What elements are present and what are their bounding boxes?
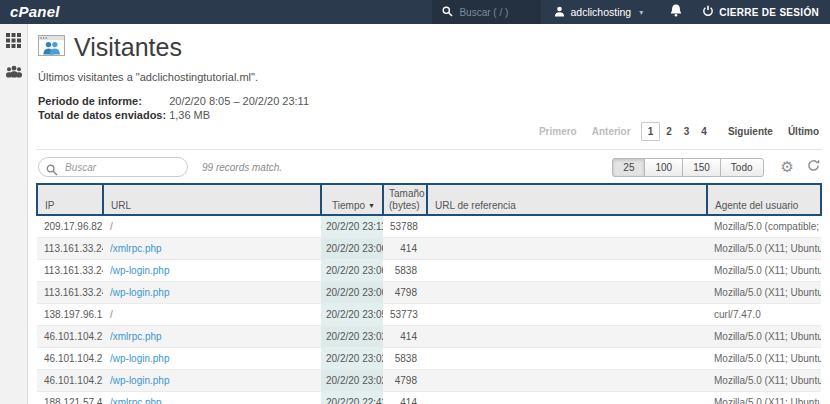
cell-ip: 113.161.33.240 — [37, 281, 103, 303]
cell-ip: 209.17.96.82 — [37, 215, 103, 237]
column-header-tiempo[interactable]: Tiempo▼ — [321, 184, 383, 215]
page-number[interactable]: 3 — [678, 123, 696, 140]
cell-referer — [427, 325, 707, 347]
report-period-value: 20/2/20 8:05 – 20/2/20 23:11 — [169, 95, 309, 107]
cell-agente: Mozilla/5.0 (X11; Ubuntu; Linux x86 — [707, 237, 821, 259]
cell-ip: 188.121.57.43 — [37, 391, 103, 404]
cell-url-link[interactable]: /wp-login.php — [110, 375, 169, 386]
page-size-button[interactable]: 100 — [644, 158, 683, 177]
apps-grid-icon — [6, 33, 21, 48]
sidebar-item-visitors[interactable] — [5, 65, 23, 78]
report-period-label: Periodo de informe: — [38, 95, 166, 107]
cell-tamano: 414 — [383, 391, 427, 404]
gear-icon: ⚙ — [781, 158, 794, 175]
cell-tamano: 5838 — [383, 347, 427, 369]
page-size-button[interactable]: 150 — [682, 158, 721, 177]
cell-url-link[interactable]: /xmlrpc.php — [110, 397, 162, 404]
page-size-button[interactable]: 25 — [612, 158, 645, 177]
sidebar-item-apps[interactable] — [6, 33, 21, 48]
caret-down-icon: ▾ — [639, 8, 643, 17]
records-match-text: 99 records match. — [202, 162, 282, 173]
page-number[interactable]: 2 — [660, 123, 678, 140]
cell-tamano: 4798 — [383, 281, 427, 303]
divider — [36, 149, 822, 150]
visitors-table: IP URL Tiempo▼ Tamaño (bytes) URL de ref… — [36, 183, 822, 404]
column-header-tamano[interactable]: Tamaño (bytes) — [383, 184, 427, 215]
cell-tamano: 5838 — [383, 259, 427, 281]
cell-referer — [427, 281, 707, 303]
cell-ip: 113.161.33.240 — [37, 237, 103, 259]
visitor-rows: 209.17.96.82 / 20/2/20 23:11 53788 Mozil… — [37, 215, 821, 404]
navbar-search[interactable] — [432, 0, 541, 24]
search-icon — [442, 3, 453, 21]
notifications-button[interactable] — [656, 0, 696, 24]
pagination-next[interactable]: Siguiente — [728, 126, 773, 137]
cell-ip: 113.161.33.240 — [37, 259, 103, 281]
pagination-pages: 1234 — [641, 122, 713, 141]
cell-tiempo: 20/2/20 23:06 — [321, 281, 383, 303]
navbar-search-input[interactable] — [459, 7, 531, 18]
cell-tiempo: 20/2/20 22:42 — [321, 391, 383, 404]
column-header-ip[interactable]: IP — [37, 184, 103, 215]
cell-tiempo: 20/2/20 23:02 — [321, 369, 383, 391]
logout-button[interactable]: CIERRE DE SESIÓN — [696, 0, 830, 24]
cell-tamano: 414 — [383, 325, 427, 347]
table-settings-button[interactable]: ⚙ — [781, 160, 794, 174]
page-size-button[interactable]: Todo — [720, 158, 764, 177]
cell-url-link[interactable]: /xmlrpc.php — [110, 243, 162, 254]
cpanel-logo: cPanel — [0, 0, 60, 24]
cell-agente: Mozilla/5.0 (X11; Ubuntu; Linux x86 — [707, 325, 821, 347]
pagination-first[interactable]: Primero — [539, 126, 577, 137]
table-row: 113.161.33.240 /wp-login.php 20/2/20 23:… — [37, 281, 821, 303]
column-label: Tiempo — [332, 200, 365, 211]
cell-url-link[interactable]: / — [110, 309, 113, 320]
left-sidebar — [0, 24, 28, 404]
cell-url-link[interactable]: / — [110, 221, 113, 232]
table-row: 188.121.57.43 /xmlrpc.php 20/2/20 22:42 … — [37, 391, 821, 404]
power-icon — [702, 5, 714, 19]
cell-url-link[interactable]: /wp-login.php — [110, 265, 169, 276]
page-number[interactable]: 4 — [695, 123, 713, 140]
cell-url-link[interactable]: /wp-login.php — [110, 287, 169, 298]
cell-referer — [427, 347, 707, 369]
page-title: Visitantes — [74, 33, 182, 62]
column-header-referer[interactable]: URL de referencia — [427, 184, 707, 215]
table-row: 209.17.96.82 / 20/2/20 23:11 53788 Mozil… — [37, 215, 821, 237]
table-row: 113.161.33.240 /wp-login.php 20/2/20 23:… — [37, 259, 821, 281]
page-subtitle: Últimos visitantes a "adclichostingtutor… — [36, 71, 822, 83]
main-content: Visitantes Últimos visitantes a "adclich… — [29, 24, 830, 404]
report-stats: Periodo de informe: 20/2/20 8:05 – 20/2/… — [36, 95, 822, 121]
cell-agente: curl/7.47.0 — [707, 303, 821, 325]
cell-tiempo: 20/2/20 23:02 — [321, 347, 383, 369]
cell-ip: 46.101.104.225 — [37, 325, 103, 347]
table-header-row: IP URL Tiempo▼ Tamaño (bytes) URL de ref… — [37, 184, 821, 215]
user-menu[interactable]: adclichosting ▾ — [541, 0, 656, 24]
cell-tiempo: 20/2/20 23:05 — [321, 303, 383, 325]
cell-tiempo: 20/2/20 23:06 — [321, 259, 383, 281]
refresh-button[interactable] — [807, 159, 820, 175]
pagination-prev[interactable]: Anterior — [592, 126, 631, 137]
cell-agente: Mozilla/5.0 (X11; Ubuntu; Linux x86 — [707, 347, 821, 369]
pagination-last[interactable]: Último — [788, 126, 819, 137]
cell-tiempo: 20/2/20 23:11 — [321, 215, 383, 237]
cell-ip: 46.101.104.225 — [37, 347, 103, 369]
cell-tamano: 53773 — [383, 303, 427, 325]
sort-desc-icon: ▼ — [368, 202, 375, 209]
table-search-input[interactable] — [38, 157, 188, 177]
refresh-icon — [807, 159, 820, 175]
cell-referer — [427, 215, 707, 237]
column-header-url[interactable]: URL — [103, 184, 321, 215]
data-sent-value: 1,36 MB — [169, 109, 309, 121]
navbar-right: adclichosting ▾ CIERRE DE SESIÓN — [432, 0, 830, 24]
cell-ip: 138.197.96.120 — [37, 303, 103, 325]
cell-url-link[interactable]: /wp-login.php — [110, 353, 169, 364]
table-search — [38, 157, 188, 177]
page-number[interactable]: 1 — [641, 122, 661, 141]
users-icon — [5, 65, 23, 78]
column-header-agente[interactable]: Agente del usuario — [707, 184, 821, 215]
cell-agente: Mozilla/5.0 (X11; Ubuntu; Linux x86 — [707, 391, 821, 404]
table-toolbar: 99 records match. 25100150Todo ⚙ — [36, 157, 822, 177]
cell-agente: Mozilla/5.0 (compatible; Nimbostrat — [707, 215, 821, 237]
cell-referer — [427, 237, 707, 259]
cell-url-link[interactable]: /xmlrpc.php — [110, 331, 162, 342]
